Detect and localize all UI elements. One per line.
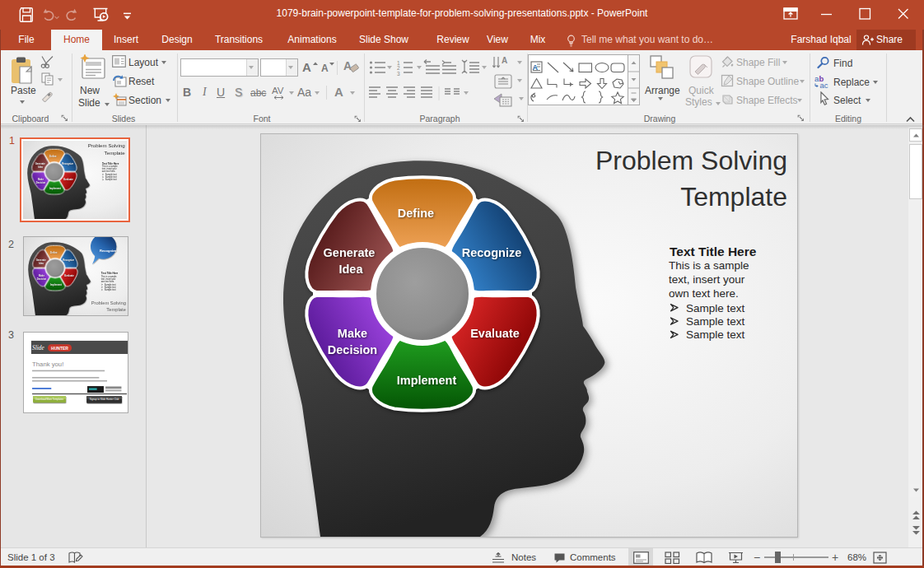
svg-text:ac: ac — [820, 81, 828, 89]
svg-text:3: 3 — [397, 71, 400, 77]
svg-text:A: A — [502, 56, 507, 65]
